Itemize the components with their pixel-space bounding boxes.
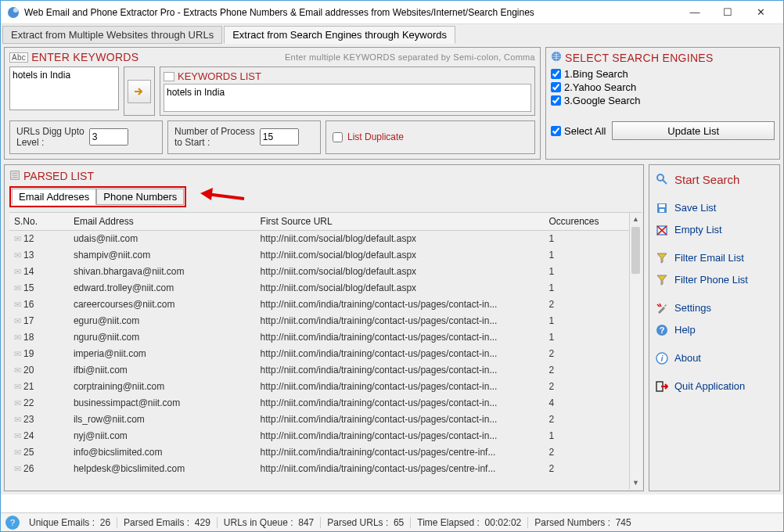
status-unique-emails: Unique Emails : 26	[23, 517, 117, 528]
table-row[interactable]: 26helpdesk@bicslimited.comhttp://niit.co…	[9, 460, 629, 476]
quit-button[interactable]: Quit Application	[653, 376, 776, 397]
digg-level-label: URLs Digg Upto Level :	[16, 126, 85, 149]
parsed-list-title: PARSED LIST	[23, 170, 94, 182]
engine-google-checkbox[interactable]	[551, 95, 561, 106]
col-url[interactable]: First Source URL	[256, 213, 545, 231]
list-icon	[164, 72, 174, 81]
engine-bing-checkbox[interactable]	[551, 69, 561, 79]
table-row[interactable]: 18nguru@niit.comhttp://niit.com/india/tr…	[9, 329, 629, 345]
titlebar: Web Email and Phone Extractor Pro - Extr…	[1, 1, 783, 24]
filter-phone-button[interactable]: Filter Phone List	[653, 269, 776, 291]
engine-yahoo-checkbox[interactable]	[551, 82, 561, 92]
maximize-button[interactable]: ☐	[711, 2, 744, 23]
exit-icon	[656, 380, 668, 393]
status-parsed-numbers: Parsed Numbers : 745	[528, 517, 637, 528]
search-icon	[656, 173, 668, 185]
table-row[interactable]: 24nyj@niit.comhttp://niit.com/india/trai…	[9, 427, 629, 444]
status-parsed-urls: Parsed URLs : 65	[321, 517, 411, 528]
table-row[interactable]: 12udais@niit.comhttp://niit.com/social/b…	[9, 230, 629, 246]
table-row[interactable]: 21corptraining@niit.comhttp://niit.com/i…	[9, 378, 629, 394]
keywords-panel: Abc ENTER KEYWORDS Enter multiple KEYWOR…	[4, 47, 541, 160]
statusbar: ? Unique Emails : 26 Parsed Emails : 429…	[1, 512, 783, 531]
window-title: Web Email and Phone Extractor Pro - Extr…	[24, 7, 678, 18]
parsed-list-panel: PARSED LIST Email Addreses Phone Numbers	[4, 164, 644, 491]
table-row[interactable]: 13shampiv@niit.comhttp://niit.com/social…	[9, 246, 629, 263]
engine-google[interactable]: 3.Google Search	[551, 94, 775, 107]
col-occurrences[interactable]: Occurences	[544, 213, 629, 231]
list-duplicate-label: List Duplicate	[347, 131, 404, 142]
digg-level-input[interactable]	[89, 128, 128, 146]
save-list-button[interactable]: Save List	[653, 197, 776, 219]
about-button[interactable]: i About	[653, 347, 776, 369]
parsed-sub-tabs: Email Addreses Phone Numbers	[9, 186, 186, 207]
funnel-icon	[656, 274, 668, 286]
svg-text:?: ?	[660, 325, 665, 335]
table-row[interactable]: 23ils_row@niit.comhttp://niit.com/india/…	[9, 411, 629, 427]
app-icon	[7, 6, 20, 19]
settings-button[interactable]: Settings	[653, 297, 776, 319]
scroll-thumb[interactable]	[631, 227, 640, 274]
table-row[interactable]: 17eguru@niit.comhttp://niit.com/india/tr…	[9, 312, 629, 329]
action-sidebar: Start Search Save List Empty List Filter…	[649, 164, 780, 491]
svg-rect-7	[660, 209, 664, 212]
table-row[interactable]: 16careercourses@niit.comhttp://niit.com/…	[9, 296, 629, 312]
select-all-engines[interactable]: Select All	[551, 125, 606, 137]
scroll-down-icon[interactable]: ▼	[630, 476, 642, 489]
abc-icon: Abc	[9, 52, 28, 63]
svg-point-1	[13, 8, 18, 13]
status-parsed-emails: Parsed Emails : 429	[117, 517, 218, 528]
svg-rect-6	[659, 204, 665, 207]
close-button[interactable]: ✕	[744, 2, 777, 23]
filter-email-button[interactable]: Filter Email List	[653, 247, 776, 269]
table-row[interactable]: 20ifbi@niit.comhttp://niit.com/india/tra…	[9, 361, 629, 378]
save-icon	[656, 202, 668, 214]
start-search-button[interactable]: Start Search	[653, 168, 776, 191]
results-table: S.No. Email Address First Source URL Occ…	[9, 213, 629, 477]
keywords-input[interactable]: hotels in India	[9, 66, 119, 110]
empty-icon	[656, 224, 668, 236]
process-count-input[interactable]	[260, 128, 299, 146]
status-elapsed: Time Elapsed : 00:02:02	[411, 517, 528, 528]
keywords-hint: Enter multiple KEYWORDS separated by Sem…	[285, 52, 535, 62]
help-button[interactable]: ? Help	[653, 319, 776, 341]
table-scrollbar[interactable]: ▲ ▼	[629, 213, 642, 489]
tab-email-addresses[interactable]: Email Addreses	[12, 189, 96, 205]
select-all-checkbox[interactable]	[551, 126, 561, 136]
add-keyword-button[interactable]	[128, 80, 151, 103]
main-tabs: Extract from Multiple Websites through U…	[1, 24, 783, 44]
keywords-title: ENTER KEYWORDS	[31, 51, 138, 63]
tab-extract-urls[interactable]: Extract from Multiple Websites through U…	[2, 26, 222, 44]
funnel-icon	[656, 252, 668, 264]
table-row[interactable]: 25info@bicslimited.comhttp://niit.com/in…	[9, 444, 629, 460]
engine-yahoo[interactable]: 2.Yahoo Search	[551, 81, 775, 94]
status-help-icon[interactable]: ?	[5, 516, 20, 530]
scroll-up-icon[interactable]: ▲	[630, 213, 642, 225]
table-row[interactable]: 22businessimpact@niit.comhttp://niit.com…	[9, 394, 629, 411]
table-row[interactable]: 19imperia@niit.comhttp://niit.com/india/…	[9, 345, 629, 361]
update-list-button[interactable]: Update List	[612, 121, 775, 140]
table-row[interactable]: 14shivan.bhargava@niit.comhttp://niit.co…	[9, 263, 629, 279]
status-urls-queue: URLs in Queue : 847	[218, 517, 321, 528]
keyword-list[interactable]: hotels in India	[164, 84, 531, 112]
globe-icon	[551, 51, 562, 64]
minimize-button[interactable]: —	[678, 2, 711, 23]
process-count-label: Number of Process to Start :	[174, 126, 255, 149]
table-row[interactable]: 15edward.trolley@niit.comhttp://niit.com…	[9, 279, 629, 296]
col-sno[interactable]: S.No.	[9, 213, 69, 231]
empty-list-button[interactable]: Empty List	[653, 219, 776, 241]
svg-point-4	[657, 174, 664, 181]
info-icon: i	[656, 352, 668, 365]
help-icon: ?	[656, 324, 668, 336]
settings-icon	[656, 302, 668, 315]
search-engines-title: SELECT SEARCH ENGINES	[565, 52, 714, 64]
list-duplicate-checkbox[interactable]	[333, 132, 343, 142]
parsed-icon	[9, 170, 20, 183]
engine-bing[interactable]: 1.Bing Search	[551, 67, 775, 81]
col-email[interactable]: Email Address	[69, 213, 256, 231]
keyword-list-title: KEYWORDS LIST	[178, 70, 261, 82]
tab-phone-numbers[interactable]: Phone Numbers	[96, 189, 184, 205]
tab-extract-keywords[interactable]: Extract from Search Engines through Keyw…	[224, 26, 455, 44]
search-engines-panel: SELECT SEARCH ENGINES 1.Bing Search 2.Ya…	[545, 47, 780, 160]
